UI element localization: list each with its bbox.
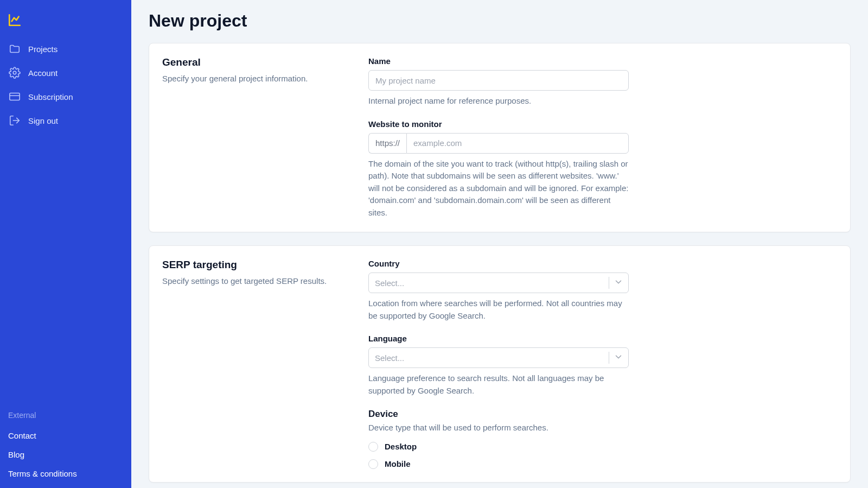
section-subheading-general: Specify your general project information… (162, 73, 347, 85)
external-link-terms[interactable]: Terms & conditions (8, 464, 124, 483)
sidebar-item-signout[interactable]: Sign out (8, 109, 124, 132)
device-radio-mobile[interactable] (368, 459, 378, 469)
sidebar-item-projects[interactable]: Projects (8, 37, 124, 61)
section-subheading-serp: Specify settings to get targeted SERP re… (162, 275, 347, 288)
device-radio-label: Desktop (385, 442, 417, 451)
page-title: New project (149, 11, 851, 31)
section-heading-general: General (162, 56, 347, 68)
language-select[interactable]: Select... (368, 347, 629, 368)
device-heading: Device (368, 409, 629, 420)
gear-icon (9, 67, 21, 79)
external-link-contact[interactable]: Contact (8, 426, 124, 445)
chart-line-icon (8, 13, 22, 27)
language-help: Language preference to search results. N… (368, 372, 629, 397)
sign-out-icon (9, 115, 21, 126)
sidebar-item-account[interactable]: Account (8, 61, 124, 85)
name-help: Internal project name for reference purp… (368, 95, 629, 107)
main-content: New project General Specify your general… (131, 0, 868, 488)
svg-rect-1 (10, 93, 20, 100)
device-radio-desktop[interactable] (368, 442, 378, 452)
device-help: Device type that will be used to perform… (368, 422, 629, 434)
name-label: Name (368, 56, 629, 66)
external-heading: External (8, 410, 124, 421)
language-label: Language (368, 334, 629, 343)
country-help: Location from where searches will be per… (368, 297, 629, 322)
website-help: The domain of the site you want to track… (368, 158, 629, 219)
folder-icon (9, 43, 21, 55)
external-link-privacy[interactable]: Privacy policy (8, 483, 124, 489)
sidebar-item-label: Subscription (28, 92, 73, 102)
external-link-blog[interactable]: Blog (8, 445, 124, 464)
website-label: Website to monitor (368, 119, 629, 129)
website-input[interactable] (406, 133, 629, 154)
logo[interactable] (8, 8, 124, 37)
country-select[interactable]: Select... (368, 272, 629, 293)
sidebar-item-label: Projects (28, 45, 58, 54)
sidebar-item-label: Account (28, 68, 58, 78)
name-input[interactable] (368, 70, 629, 91)
sidebar: Projects Account Subscription Sign out (0, 0, 131, 488)
website-protocol-addon: https:// (368, 133, 406, 154)
svg-point-0 (13, 71, 16, 74)
sidebar-item-subscription[interactable]: Subscription (8, 85, 124, 109)
section-heading-serp: SERP targeting (162, 259, 347, 271)
card-serp-targeting: SERP targeting Specify settings to get t… (149, 245, 851, 483)
sidebar-item-label: Sign out (28, 116, 58, 125)
card-general: General Specify your general project inf… (149, 43, 851, 232)
credit-card-icon (9, 91, 21, 103)
country-label: Country (368, 259, 629, 268)
device-radio-label: Mobile (385, 459, 411, 468)
